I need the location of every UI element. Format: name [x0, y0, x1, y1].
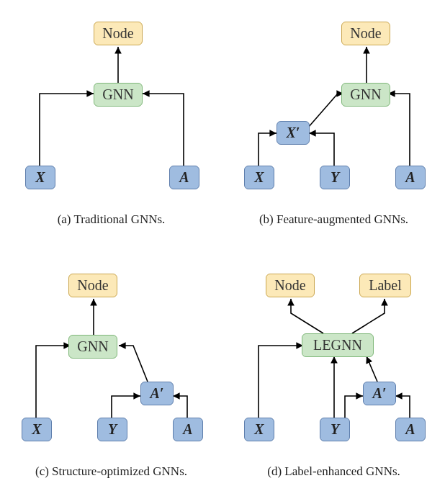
input-a-box: A	[173, 418, 203, 441]
gnn-model-box: GNN	[68, 335, 117, 359]
panel-label-enhanced-gnns: Node Label LEGNN A′ X Y A (d) Label-enha…	[223, 252, 445, 504]
diagram-grid: Node GNN X A (a) Traditional GNNs. Node …	[0, 0, 445, 504]
input-y-box: Y	[320, 418, 350, 441]
input-y-box: Y	[320, 166, 350, 189]
intermediate-aprime-box: A′	[140, 382, 174, 405]
gnn-model-box: GNN	[341, 83, 390, 107]
legnn-model-box: LEGNN	[302, 333, 374, 357]
output-node-box: Node	[341, 22, 390, 45]
input-a-box: A	[169, 166, 199, 189]
intermediate-aprime-box: A′	[363, 382, 396, 405]
panel-feature-augmented-gnns: Node GNN X′ X Y A (b) Feature-augmented …	[223, 0, 445, 252]
output-node-box: Node	[266, 274, 315, 297]
caption-a: (a) Traditional GNNs.	[0, 212, 223, 227]
caption-b: (b) Feature-augmented GNNs.	[223, 212, 445, 227]
input-a-box: A	[395, 166, 426, 189]
input-y-box: Y	[97, 418, 127, 441]
gnn-model-box: GNN	[94, 83, 143, 107]
output-node-box: Node	[68, 274, 117, 297]
output-node-box: Node	[94, 22, 143, 45]
input-x-box: X	[22, 418, 52, 441]
input-x-box: X	[25, 166, 55, 189]
output-label-box: Label	[359, 274, 411, 297]
caption-d: (d) Label-enhanced GNNs.	[223, 464, 445, 479]
input-x-box: X	[244, 166, 274, 189]
panel-structure-optimized-gnns: Node GNN A′ X Y A (c) Structure-optimize…	[0, 252, 223, 504]
intermediate-xprime-box: X′	[277, 121, 310, 145]
input-x-box: X	[244, 418, 274, 441]
caption-c: (c) Structure-optimized GNNs.	[0, 464, 223, 479]
panel-traditional-gnns: Node GNN X A (a) Traditional GNNs.	[0, 0, 223, 252]
input-a-box: A	[395, 418, 426, 441]
